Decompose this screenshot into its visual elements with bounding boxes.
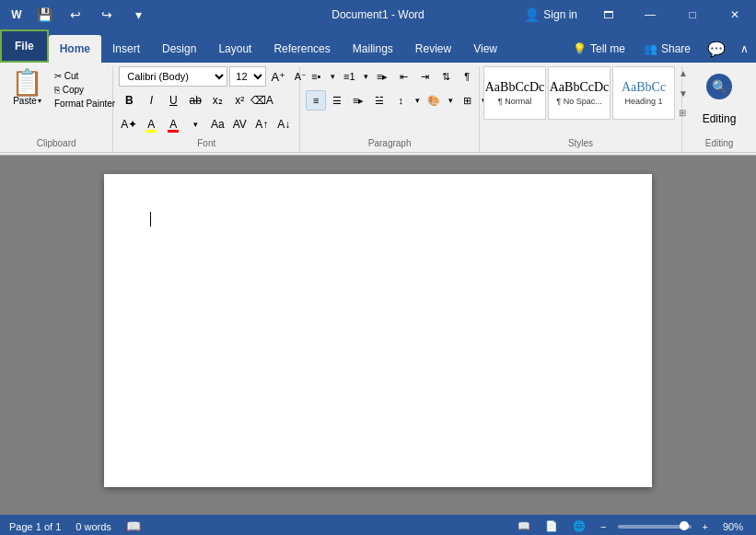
sort-button[interactable]: ⇅ bbox=[436, 66, 456, 87]
highlight-color-button[interactable]: A bbox=[141, 114, 161, 134]
title-bar-right: 👤 Sign in 🗖 — □ ✕ bbox=[515, 0, 756, 29]
qat-dropdown[interactable]: ▾ bbox=[125, 2, 151, 28]
font-size-select[interactable]: 12 bbox=[229, 66, 266, 87]
tab-design[interactable]: Design bbox=[151, 35, 207, 63]
tab-view[interactable]: View bbox=[462, 35, 508, 63]
ribbon-collapse-button[interactable]: ∧ bbox=[733, 35, 756, 63]
tab-home[interactable]: Home bbox=[49, 35, 101, 63]
clear-format-button[interactable]: ⌫A bbox=[251, 90, 272, 110]
share-button[interactable]: 👥 Share bbox=[634, 35, 700, 63]
paragraph-label: Paragraph bbox=[300, 138, 479, 148]
tab-file[interactable]: File bbox=[0, 29, 49, 63]
signin-button[interactable]: 👤 Sign in bbox=[515, 0, 587, 29]
strikethrough-button[interactable]: ab bbox=[185, 90, 205, 110]
editing-group-label: Editing bbox=[682, 138, 756, 148]
status-bar: Page 1 of 1 0 words 📖 📖 📄 🌐 − + 90% bbox=[0, 515, 756, 535]
maximize-btn[interactable]: □ bbox=[671, 0, 714, 29]
proofing-icon[interactable]: 📖 bbox=[126, 519, 141, 533]
qat-save[interactable]: 💾 bbox=[31, 2, 57, 28]
style-normal[interactable]: AaBbCcDc ¶ Normal bbox=[483, 66, 546, 120]
zoom-in-button[interactable]: + bbox=[699, 521, 712, 532]
style-normal-sample: AaBbCcDc bbox=[485, 80, 545, 95]
text-cursor bbox=[150, 212, 151, 227]
document-page[interactable] bbox=[104, 174, 652, 487]
shading-dropdown[interactable]: ▾ bbox=[445, 90, 456, 110]
show-hide-button[interactable]: ¶ bbox=[457, 66, 477, 87]
decrease-indent-button[interactable]: ⇤ bbox=[393, 66, 413, 87]
align-left-button[interactable]: ≡ bbox=[306, 90, 326, 110]
numbering-dropdown[interactable]: ▾ bbox=[360, 66, 371, 87]
close-btn[interactable]: ✕ bbox=[714, 0, 756, 29]
superscript-button[interactable]: x² bbox=[229, 90, 250, 110]
styles-label: Styles bbox=[480, 138, 681, 148]
page-count: Page 1 of 1 bbox=[9, 521, 61, 532]
zoom-out-button[interactable]: − bbox=[597, 521, 610, 532]
tab-layout[interactable]: Layout bbox=[207, 35, 262, 63]
shrink-font-button[interactable]: A↓ bbox=[273, 114, 294, 134]
multilevel-list-button[interactable]: ≡▸ bbox=[372, 66, 392, 87]
font-face-select[interactable]: Calibri (Body) bbox=[119, 66, 227, 87]
paste-icon: 📋 bbox=[11, 70, 43, 96]
style-nospace-sample: AaBbCcDc bbox=[550, 80, 610, 95]
ribbon-group-clipboard: 📋 Paste▾ ✂ Cut ⎘ Copy Format Painter Cli… bbox=[0, 66, 113, 152]
char-spacing-button[interactable]: AV bbox=[229, 114, 250, 134]
clipboard-label: Clipboard bbox=[0, 138, 112, 148]
print-layout-button[interactable]: 📄 bbox=[541, 520, 562, 532]
zoom-percent[interactable]: 90% bbox=[719, 521, 747, 532]
word-count: 0 words bbox=[76, 521, 111, 532]
borders-button[interactable]: ⊞ bbox=[457, 90, 477, 110]
comment-button[interactable]: 💬 bbox=[700, 35, 733, 63]
tell-me-button[interactable]: 💡 Tell me bbox=[564, 35, 634, 63]
tab-references[interactable]: References bbox=[262, 35, 341, 63]
web-layout-button[interactable]: 🌐 bbox=[569, 520, 589, 532]
style-no-spacing[interactable]: AaBbCcDc ¶ No Spac... bbox=[548, 66, 611, 120]
style-normal-label: ¶ Normal bbox=[498, 97, 531, 106]
cut-button[interactable]: ✂ Cut bbox=[51, 70, 119, 82]
font-color-dropdown[interactable]: ▾ bbox=[185, 114, 205, 134]
minimize-btn[interactable]: — bbox=[629, 0, 671, 29]
restore-down-btn[interactable]: 🗖 bbox=[587, 0, 629, 29]
bullets-button[interactable]: ≡• bbox=[306, 66, 326, 87]
tab-mailings[interactable]: Mailings bbox=[342, 35, 404, 63]
shading-button[interactable]: 🎨 bbox=[424, 90, 444, 110]
grow-font-button[interactable]: A↑ bbox=[251, 114, 272, 134]
search-button[interactable]: 🔍 bbox=[706, 74, 732, 99]
lightbulb-icon: 💡 bbox=[573, 42, 587, 55]
line-spacing-dropdown[interactable]: ▾ bbox=[412, 90, 423, 110]
tab-insert[interactable]: Insert bbox=[101, 35, 151, 63]
editing-label: Editing bbox=[692, 105, 748, 133]
zoom-thumb bbox=[680, 521, 689, 530]
subscript-button[interactable]: x₂ bbox=[207, 90, 227, 110]
format-painter-button[interactable]: Format Painter bbox=[51, 98, 119, 110]
align-center-button[interactable]: ☰ bbox=[327, 90, 347, 110]
text-effects-button[interactable]: A✦ bbox=[119, 114, 139, 134]
italic-button[interactable]: I bbox=[141, 90, 161, 110]
share-icon: 👥 bbox=[644, 42, 657, 55]
style-h1-sample: AaBbCc bbox=[622, 80, 666, 95]
style-nospace-label: ¶ No Spac... bbox=[556, 97, 601, 106]
qat-undo[interactable]: ↩ bbox=[63, 2, 88, 28]
title-bar: W 💾 ↩ ↪ ▾ Document1 - Word 👤 Sign in 🗖 —… bbox=[0, 0, 756, 29]
bullets-dropdown[interactable]: ▾ bbox=[327, 66, 338, 87]
align-right-button[interactable]: ≡▸ bbox=[348, 90, 368, 110]
copy-button[interactable]: ⎘ Copy bbox=[51, 84, 119, 96]
line-spacing-button[interactable]: ↕ bbox=[390, 90, 411, 110]
person-icon: 👤 bbox=[524, 7, 540, 22]
read-mode-button[interactable]: 📖 bbox=[514, 520, 534, 532]
change-case-button[interactable]: Aa bbox=[207, 114, 227, 134]
app-icon: W bbox=[7, 6, 26, 24]
font-color-button[interactable]: A bbox=[163, 114, 183, 134]
qat-redo[interactable]: ↪ bbox=[94, 2, 120, 28]
bold-button[interactable]: B bbox=[119, 90, 139, 110]
numbering-button[interactable]: ≡1 bbox=[339, 66, 359, 87]
increase-font-button[interactable]: A⁺ bbox=[268, 66, 288, 87]
paste-button[interactable]: 📋 Paste▾ bbox=[4, 66, 51, 110]
zoom-slider[interactable] bbox=[618, 525, 692, 529]
paste-label: Paste▾ bbox=[13, 96, 41, 106]
underline-button[interactable]: U bbox=[163, 90, 183, 110]
increase-indent-button[interactable]: ⇥ bbox=[414, 66, 435, 87]
ribbon-tabs: File Home Insert Design Layout Reference… bbox=[0, 29, 756, 63]
style-heading1[interactable]: AaBbCc Heading 1 bbox=[612, 66, 675, 120]
justify-button[interactable]: ☱ bbox=[369, 90, 390, 110]
tab-review[interactable]: Review bbox=[404, 35, 462, 63]
